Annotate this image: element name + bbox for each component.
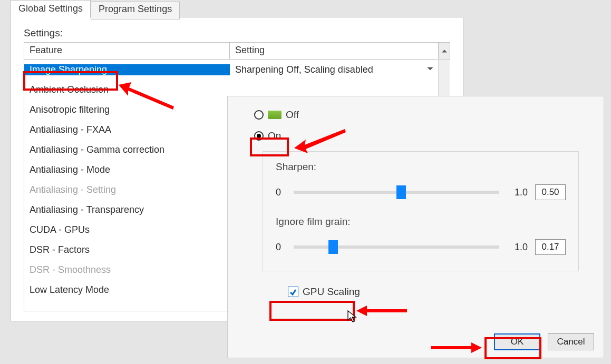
on-section: Sharpen: 0 1.0 0.50 Ignore film grain: 0… [263, 151, 579, 271]
grain-value[interactable]: 0.17 [535, 239, 566, 255]
setting-value: Sharpening Off, Scaling disabled [235, 64, 373, 75]
column-header-feature[interactable]: Feature [24, 43, 230, 59]
sharpen-slider[interactable] [294, 191, 499, 194]
image-sharpening-popup: Off On Sharpen: 0 1.0 0.50 Ignore film g… [227, 96, 604, 358]
scroll-up-button[interactable] [438, 43, 450, 59]
feature-dsr-smoothness[interactable]: DSR - Smoothness [24, 264, 230, 276]
feature-antialiasing-gamma[interactable]: Antialiasing - Gamma correction [24, 144, 230, 155]
radio-on-label: On [268, 130, 281, 142]
sharpen-label: Sharpen: [276, 161, 566, 173]
sharpen-min: 0 [276, 187, 286, 198]
radio-on-row[interactable]: On [254, 130, 589, 142]
tab-program-settings[interactable]: Program Settings [91, 2, 180, 19]
column-header-setting[interactable]: Setting [230, 43, 438, 59]
feature-dsr-factors[interactable]: DSR - Factors [24, 244, 230, 255]
feature-antialiasing-fxaa[interactable]: Antialiasing - FXAA [24, 124, 230, 135]
feature-ambient-occlusion[interactable]: Ambient Occlusion [24, 84, 230, 95]
feature-image-sharpening[interactable]: Image Sharpening [24, 64, 230, 75]
tab-global-settings[interactable]: Global Settings [11, 0, 91, 18]
feature-cuda-gpus[interactable]: CUDA - GPUs [24, 224, 230, 235]
cancel-button[interactable]: Cancel [548, 333, 594, 350]
checkmark-icon [289, 288, 297, 296]
feature-antialiasing-transparency[interactable]: Antialiasing - Transparency [24, 204, 230, 215]
sharpen-value[interactable]: 0.50 [535, 184, 566, 200]
sharpen-slider-thumb[interactable] [396, 185, 406, 199]
settings-label: Settings: [24, 27, 450, 39]
grain-min: 0 [276, 242, 286, 253]
grain-max: 1.0 [507, 242, 528, 253]
nvidia-chip-icon [268, 111, 282, 119]
sharpen-max: 1.0 [507, 187, 528, 198]
ok-button[interactable]: OK [494, 333, 540, 350]
grain-label: Ignore film grain: [276, 216, 566, 228]
grain-slider[interactable] [294, 245, 499, 249]
chevron-up-icon [441, 48, 448, 54]
chevron-down-icon[interactable] [426, 64, 434, 75]
feature-anisotropic-filtering[interactable]: Anisotropic filtering [24, 104, 230, 115]
gpu-scaling-row[interactable]: GPU Scaling [288, 286, 589, 298]
gpu-scaling-checkbox[interactable] [288, 287, 298, 297]
radio-off[interactable] [254, 110, 264, 120]
radio-on[interactable] [254, 131, 264, 141]
grain-slider-thumb[interactable] [328, 240, 338, 254]
feature-antialiasing-mode[interactable]: Antialiasing - Mode [24, 164, 230, 175]
settings-tabs: Global Settings Program Settings [11, 0, 180, 18]
radio-off-row[interactable]: Off [254, 109, 589, 121]
table-row[interactable]: Image Sharpening Sharpening Off, Scaling… [24, 60, 450, 80]
radio-off-label: Off [286, 109, 299, 121]
feature-antialiasing-setting[interactable]: Antialiasing - Setting [24, 184, 230, 195]
feature-low-latency-mode[interactable]: Low Latency Mode [24, 284, 230, 296]
gpu-scaling-label: GPU Scaling [303, 286, 360, 298]
setting-image-sharpening-dropdown[interactable]: Sharpening Off, Scaling disabled [230, 64, 450, 75]
